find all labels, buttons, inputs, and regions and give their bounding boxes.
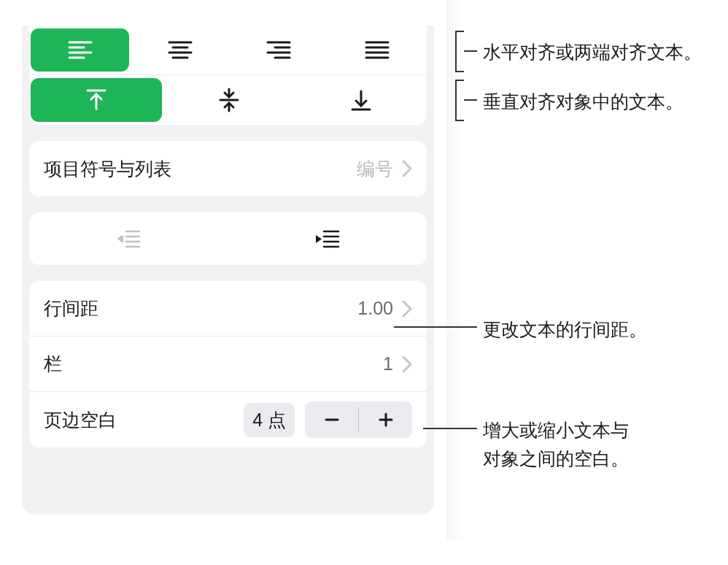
bullets-lists-row[interactable]: 项目符号与列表 编号: [29, 141, 427, 196]
columns-value-group: 1: [383, 353, 412, 374]
vertical-align-row: [29, 75, 427, 125]
horizontal-align-row: [29, 26, 427, 75]
annotation-margins: 增大或缩小文本与 对象之间的空白。: [483, 416, 629, 473]
margins-value[interactable]: 4 点: [244, 403, 295, 437]
paragraph-settings-section: 行间距 1.00 栏 1 页边空白 4 点: [29, 281, 427, 447]
chevron-right-icon: [402, 300, 412, 318]
valign-top-button[interactable]: [31, 78, 162, 122]
callout-line-linespacing: [394, 326, 477, 328]
callout-line-valign: [464, 99, 477, 101]
line-spacing-label: 行间距: [44, 296, 98, 320]
align-right-button[interactable]: [230, 26, 328, 74]
chevron-right-icon: [402, 160, 412, 177]
valign-bottom-button[interactable]: [295, 75, 427, 125]
chevron-right-icon: [402, 355, 412, 373]
bullets-value: 编号: [357, 157, 393, 181]
align-center-button[interactable]: [131, 26, 229, 74]
align-justify-button[interactable]: [328, 26, 427, 74]
margin-increase-button[interactable]: [359, 401, 412, 438]
callout-bracket-halign: [455, 31, 464, 72]
bullets-section: 项目符号与列表 编号: [29, 141, 427, 196]
callout-bracket-valign: [455, 80, 464, 121]
indent-button[interactable]: [228, 212, 427, 265]
annotation-halign: 水平对齐或两端对齐文本。: [483, 38, 702, 66]
annotation-line-spacing: 更改文本的行间距。: [483, 315, 647, 344]
margins-label: 页边空白: [44, 408, 244, 432]
callout-line-margins: [423, 428, 477, 429]
columns-label: 栏: [44, 352, 62, 376]
line-spacing-value-group: 1.00: [357, 298, 412, 319]
svg-marker-32: [316, 235, 322, 243]
alignment-section: [29, 26, 427, 125]
valign-middle-button[interactable]: [163, 75, 295, 125]
outdent-button[interactable]: [29, 212, 228, 265]
align-left-button[interactable]: [31, 28, 129, 72]
margins-stepper: [305, 401, 412, 438]
callout-line-halign: [464, 50, 477, 52]
bullets-value-group: 编号: [357, 157, 412, 181]
bullets-label: 项目符号与列表: [44, 157, 171, 181]
format-panel: 项目符号与列表 编号 行间距 1.00 栏: [22, 26, 434, 515]
annotation-valign: 垂直对齐对象中的文本。: [483, 88, 684, 116]
columns-row[interactable]: 栏 1: [29, 337, 427, 392]
page-margin-row: 页边空白 4 点: [29, 392, 427, 447]
columns-value: 1: [383, 353, 393, 374]
annotation-margins-line1: 增大或缩小文本与: [483, 420, 629, 440]
indent-section: [29, 212, 427, 265]
annotation-margins-line2: 对象之间的空白。: [483, 448, 629, 469]
line-spacing-value: 1.00: [357, 298, 393, 319]
margin-decrease-button[interactable]: [305, 401, 358, 438]
line-spacing-row[interactable]: 行间距 1.00: [29, 281, 427, 337]
